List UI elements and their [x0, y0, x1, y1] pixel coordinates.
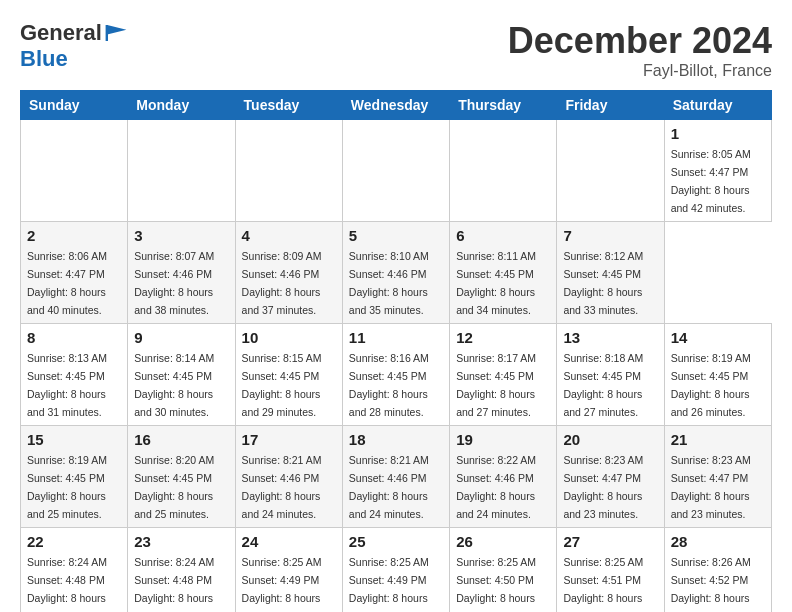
- day-info: Sunrise: 8:05 AMSunset: 4:47 PMDaylight:…: [671, 148, 751, 214]
- empty-cell: [557, 120, 664, 222]
- day-number: 23: [134, 533, 228, 550]
- day-info: Sunrise: 8:24 AMSunset: 4:48 PMDaylight:…: [27, 556, 107, 612]
- calendar-table: SundayMondayTuesdayWednesdayThursdayFrid…: [20, 90, 772, 612]
- calendar-day-cell: 26Sunrise: 8:25 AMSunset: 4:50 PMDayligh…: [450, 528, 557, 613]
- day-number: 4: [242, 227, 336, 244]
- day-number: 15: [27, 431, 121, 448]
- header: General Blue December 2024 Fayl-Billot, …: [20, 20, 772, 80]
- logo-general-text: General: [20, 20, 102, 46]
- day-number: 25: [349, 533, 443, 550]
- day-info: Sunrise: 8:24 AMSunset: 4:48 PMDaylight:…: [134, 556, 214, 612]
- calendar-week-row: 2Sunrise: 8:06 AMSunset: 4:47 PMDaylight…: [21, 222, 772, 324]
- col-header-sunday: Sunday: [21, 91, 128, 120]
- col-header-wednesday: Wednesday: [342, 91, 449, 120]
- calendar-day-cell: 20Sunrise: 8:23 AMSunset: 4:47 PMDayligh…: [557, 426, 664, 528]
- day-number: 7: [563, 227, 657, 244]
- day-info: Sunrise: 8:23 AMSunset: 4:47 PMDaylight:…: [671, 454, 751, 520]
- day-info: Sunrise: 8:10 AMSunset: 4:46 PMDaylight:…: [349, 250, 429, 316]
- svg-rect-1: [106, 25, 108, 41]
- day-number: 27: [563, 533, 657, 550]
- day-number: 19: [456, 431, 550, 448]
- empty-cell: [21, 120, 128, 222]
- day-info: Sunrise: 8:07 AMSunset: 4:46 PMDaylight:…: [134, 250, 214, 316]
- day-info: Sunrise: 8:20 AMSunset: 4:45 PMDaylight:…: [134, 454, 214, 520]
- calendar-day-cell: 25Sunrise: 8:25 AMSunset: 4:49 PMDayligh…: [342, 528, 449, 613]
- day-number: 24: [242, 533, 336, 550]
- calendar-day-cell: 9Sunrise: 8:14 AMSunset: 4:45 PMDaylight…: [128, 324, 235, 426]
- day-number: 5: [349, 227, 443, 244]
- day-number: 6: [456, 227, 550, 244]
- day-info: Sunrise: 8:23 AMSunset: 4:47 PMDaylight:…: [563, 454, 643, 520]
- day-number: 1: [671, 125, 765, 142]
- calendar-day-cell: 23Sunrise: 8:24 AMSunset: 4:48 PMDayligh…: [128, 528, 235, 613]
- day-info: Sunrise: 8:25 AMSunset: 4:51 PMDaylight:…: [563, 556, 643, 612]
- calendar-day-cell: 19Sunrise: 8:22 AMSunset: 4:46 PMDayligh…: [450, 426, 557, 528]
- day-info: Sunrise: 8:16 AMSunset: 4:45 PMDaylight:…: [349, 352, 429, 418]
- day-info: Sunrise: 8:19 AMSunset: 4:45 PMDaylight:…: [671, 352, 751, 418]
- day-number: 18: [349, 431, 443, 448]
- day-number: 16: [134, 431, 228, 448]
- day-number: 10: [242, 329, 336, 346]
- col-header-thursday: Thursday: [450, 91, 557, 120]
- calendar-week-row: 8Sunrise: 8:13 AMSunset: 4:45 PMDaylight…: [21, 324, 772, 426]
- calendar-day-cell: 7Sunrise: 8:12 AMSunset: 4:45 PMDaylight…: [557, 222, 664, 324]
- day-number: 22: [27, 533, 121, 550]
- empty-cell: [450, 120, 557, 222]
- day-info: Sunrise: 8:25 AMSunset: 4:49 PMDaylight:…: [349, 556, 429, 612]
- day-info: Sunrise: 8:25 AMSunset: 4:50 PMDaylight:…: [456, 556, 536, 612]
- day-info: Sunrise: 8:11 AMSunset: 4:45 PMDaylight:…: [456, 250, 536, 316]
- calendar-week-row: 1Sunrise: 8:05 AMSunset: 4:47 PMDaylight…: [21, 120, 772, 222]
- col-header-monday: Monday: [128, 91, 235, 120]
- day-info: Sunrise: 8:19 AMSunset: 4:45 PMDaylight:…: [27, 454, 107, 520]
- calendar-day-cell: 22Sunrise: 8:24 AMSunset: 4:48 PMDayligh…: [21, 528, 128, 613]
- calendar-day-cell: 21Sunrise: 8:23 AMSunset: 4:47 PMDayligh…: [664, 426, 771, 528]
- calendar-day-cell: 17Sunrise: 8:21 AMSunset: 4:46 PMDayligh…: [235, 426, 342, 528]
- day-number: 9: [134, 329, 228, 346]
- calendar-day-cell: 24Sunrise: 8:25 AMSunset: 4:49 PMDayligh…: [235, 528, 342, 613]
- calendar-day-cell: 27Sunrise: 8:25 AMSunset: 4:51 PMDayligh…: [557, 528, 664, 613]
- calendar-day-cell: 3Sunrise: 8:07 AMSunset: 4:46 PMDaylight…: [128, 222, 235, 324]
- day-info: Sunrise: 8:13 AMSunset: 4:45 PMDaylight:…: [27, 352, 107, 418]
- calendar-day-cell: 28Sunrise: 8:26 AMSunset: 4:52 PMDayligh…: [664, 528, 771, 613]
- day-number: 12: [456, 329, 550, 346]
- calendar-body: 1Sunrise: 8:05 AMSunset: 4:47 PMDaylight…: [21, 120, 772, 613]
- day-number: 26: [456, 533, 550, 550]
- empty-cell: [128, 120, 235, 222]
- day-info: Sunrise: 8:14 AMSunset: 4:45 PMDaylight:…: [134, 352, 214, 418]
- title-area: December 2024 Fayl-Billot, France: [508, 20, 772, 80]
- col-header-saturday: Saturday: [664, 91, 771, 120]
- calendar-day-cell: 11Sunrise: 8:16 AMSunset: 4:45 PMDayligh…: [342, 324, 449, 426]
- empty-cell: [235, 120, 342, 222]
- day-number: 17: [242, 431, 336, 448]
- day-info: Sunrise: 8:25 AMSunset: 4:49 PMDaylight:…: [242, 556, 322, 612]
- calendar-day-cell: 2Sunrise: 8:06 AMSunset: 4:47 PMDaylight…: [21, 222, 128, 324]
- day-number: 14: [671, 329, 765, 346]
- day-number: 28: [671, 533, 765, 550]
- calendar-day-cell: 8Sunrise: 8:13 AMSunset: 4:45 PMDaylight…: [21, 324, 128, 426]
- day-number: 3: [134, 227, 228, 244]
- calendar-day-cell: 14Sunrise: 8:19 AMSunset: 4:45 PMDayligh…: [664, 324, 771, 426]
- calendar-day-cell: 18Sunrise: 8:21 AMSunset: 4:46 PMDayligh…: [342, 426, 449, 528]
- day-info: Sunrise: 8:21 AMSunset: 4:46 PMDaylight:…: [349, 454, 429, 520]
- day-info: Sunrise: 8:12 AMSunset: 4:45 PMDaylight:…: [563, 250, 643, 316]
- calendar-day-cell: 4Sunrise: 8:09 AMSunset: 4:46 PMDaylight…: [235, 222, 342, 324]
- col-header-friday: Friday: [557, 91, 664, 120]
- day-number: 2: [27, 227, 121, 244]
- calendar-day-cell: 5Sunrise: 8:10 AMSunset: 4:46 PMDaylight…: [342, 222, 449, 324]
- calendar-day-cell: 10Sunrise: 8:15 AMSunset: 4:45 PMDayligh…: [235, 324, 342, 426]
- logo-blue-text: Blue: [20, 46, 68, 71]
- day-info: Sunrise: 8:26 AMSunset: 4:52 PMDaylight:…: [671, 556, 751, 612]
- day-info: Sunrise: 8:09 AMSunset: 4:46 PMDaylight:…: [242, 250, 322, 316]
- day-number: 13: [563, 329, 657, 346]
- svg-marker-0: [107, 25, 126, 35]
- logo-flag-icon: [104, 21, 128, 45]
- day-info: Sunrise: 8:18 AMSunset: 4:45 PMDaylight:…: [563, 352, 643, 418]
- empty-cell: [342, 120, 449, 222]
- day-info: Sunrise: 8:06 AMSunset: 4:47 PMDaylight:…: [27, 250, 107, 316]
- day-number: 8: [27, 329, 121, 346]
- day-info: Sunrise: 8:15 AMSunset: 4:45 PMDaylight:…: [242, 352, 322, 418]
- calendar-week-row: 15Sunrise: 8:19 AMSunset: 4:45 PMDayligh…: [21, 426, 772, 528]
- day-number: 21: [671, 431, 765, 448]
- calendar-day-cell: 13Sunrise: 8:18 AMSunset: 4:45 PMDayligh…: [557, 324, 664, 426]
- day-number: 20: [563, 431, 657, 448]
